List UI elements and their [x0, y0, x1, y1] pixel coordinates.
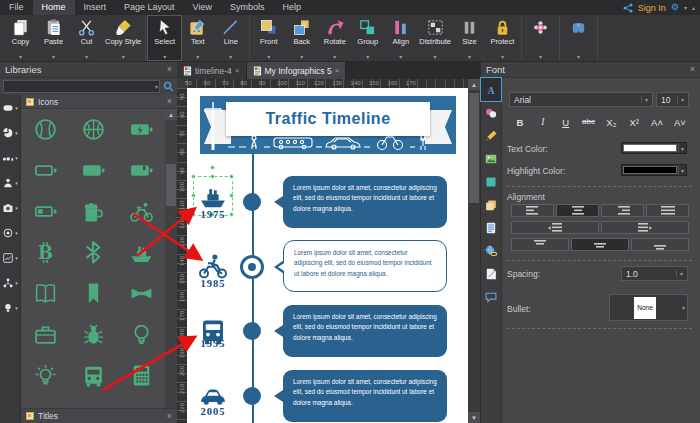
- timeline-banner[interactable]: Traffic Timeline: [200, 96, 456, 154]
- align-left-button[interactable]: [511, 204, 554, 217]
- align-button[interactable]: Align▾: [384, 16, 417, 60]
- library-category-chart[interactable]: ▾: [0, 245, 20, 270]
- menu-item-page-layout[interactable]: Page Layout: [115, 0, 184, 15]
- indent-right-button[interactable]: [601, 221, 689, 234]
- dropdown-caret-icon[interactable]: ▾: [122, 54, 125, 60]
- align-justify-button[interactable]: [646, 204, 689, 217]
- text-bubble[interactable]: Lorem ipsum dolor sit amet, consectetur …: [283, 176, 447, 228]
- format-tool-pencil[interactable]: [481, 124, 501, 147]
- valign-top-button[interactable]: [511, 238, 569, 251]
- format-tool-fill[interactable]: [481, 193, 501, 216]
- dropdown-caret-icon[interactable]: ▾: [267, 54, 270, 60]
- search-icon[interactable]: [163, 81, 174, 92]
- library-category-badge[interactable]: ▾: [0, 220, 20, 245]
- library-search-input[interactable]: [3, 80, 160, 93]
- font-panel-close-icon[interactable]: ×: [690, 65, 695, 74]
- text-color-swatch[interactable]: ▾: [621, 142, 687, 154]
- library-icon-baseball[interactable]: [21, 109, 69, 150]
- subscript-button[interactable]: X₂: [602, 117, 620, 128]
- text-bubble[interactable]: Lorem ipsum dolor sit amet, consectetur …: [283, 370, 447, 422]
- library-icon-bitcoin[interactable]: [21, 232, 69, 273]
- dropdown-caret-icon[interactable]: ▾: [333, 54, 336, 60]
- library-icon-bow-tie[interactable]: [117, 273, 165, 314]
- library-icon-battery-notch[interactable]: [117, 150, 165, 191]
- menu-item-file[interactable]: File: [0, 0, 33, 15]
- dropdown-caret-icon[interactable]: ▾: [229, 54, 232, 60]
- cut-button[interactable]: Cut▾: [70, 16, 103, 60]
- library-icon-lightbulb[interactable]: [117, 314, 165, 355]
- settings-caret-icon[interactable]: ▾: [684, 4, 687, 11]
- select-button[interactable]: Select▾: [148, 16, 181, 60]
- text-bubble[interactable]: Lorem ipsum dolor sit amet, consectetur …: [283, 305, 447, 357]
- library-icon-lightbulb-idea[interactable]: [21, 355, 69, 396]
- valign-middle-button[interactable]: [571, 238, 629, 251]
- document-tab-my-infographics-5[interactable]: My Infographics 5×: [247, 62, 347, 79]
- library-icon-briefcase[interactable]: [21, 314, 69, 355]
- library-category-shapes[interactable]: ▾: [0, 95, 20, 120]
- library-category-row[interactable]: ▾: [0, 145, 20, 170]
- dropdown-caret-icon[interactable]: ▾: [399, 54, 402, 60]
- menu-item-help[interactable]: Help: [273, 0, 310, 15]
- dropdown-caret-icon[interactable]: ▾: [196, 54, 199, 60]
- library-icon-boat[interactable]: [117, 232, 165, 273]
- copy-style-button[interactable]: Copy Style▾: [103, 16, 143, 60]
- text-bubble[interactable]: Lorem ipsum dolor sit amet, consectetur …: [283, 240, 447, 292]
- menu-item-symbols[interactable]: Symbols: [221, 0, 274, 15]
- library-icon-bluetooth[interactable]: [69, 232, 117, 273]
- dropdown-caret-icon[interactable]: ▾: [85, 54, 88, 60]
- library-category-network[interactable]: ▾: [0, 270, 20, 295]
- canvas-scroll-up-icon[interactable]: ▲: [468, 79, 480, 90]
- font-size-select[interactable]: 10▾: [656, 92, 689, 107]
- dropdown-caret-icon[interactable]: ▾: [366, 54, 369, 60]
- menu-item-home[interactable]: Home: [33, 0, 75, 15]
- dropdown-caret-icon[interactable]: ▾: [434, 54, 437, 60]
- effects-button[interactable]: ▾: [524, 16, 557, 60]
- format-tool-comment[interactable]: [481, 285, 501, 308]
- share-icon[interactable]: [623, 3, 633, 13]
- title-ribbon[interactable]: Traffic Timeline: [226, 102, 430, 136]
- library-category-pie[interactable]: ▾: [0, 120, 20, 145]
- format-tool-style[interactable]: [481, 101, 501, 124]
- timeline-node[interactable]: [243, 322, 261, 340]
- line-button[interactable]: Line▾: [214, 16, 247, 60]
- timeline-node[interactable]: [243, 193, 261, 211]
- rotation-handle[interactable]: [210, 165, 215, 170]
- library-icon-beer[interactable]: [69, 191, 117, 232]
- bold-button[interactable]: B: [511, 117, 529, 128]
- text-button[interactable]: Text▾: [181, 16, 214, 60]
- distribute-button[interactable]: Distribute▾: [417, 16, 453, 60]
- library-icon-bug[interactable]: [69, 314, 117, 355]
- icons-section-close-icon[interactable]: ×: [167, 97, 172, 106]
- library-icon-bicycle[interactable]: [117, 191, 165, 232]
- align-center-button[interactable]: [556, 204, 599, 217]
- library-category-camera[interactable]: ▾: [0, 195, 20, 220]
- menu-item-insert[interactable]: Insert: [75, 0, 116, 15]
- document-tab-timeline-4[interactable]: timeline-4×: [177, 62, 247, 79]
- italic-button[interactable]: I: [534, 117, 552, 128]
- dropdown-caret-icon[interactable]: ▾: [300, 54, 303, 60]
- settings-gear-icon[interactable]: ⚙: [671, 3, 679, 12]
- format-tool-image[interactable]: [481, 147, 501, 170]
- library-icon-book[interactable]: [21, 273, 69, 314]
- dropdown-caret-icon[interactable]: ▾: [52, 54, 55, 60]
- library-icon-battery-empty[interactable]: [21, 150, 69, 191]
- search-dropdown-caret-icon[interactable]: ▾: [155, 83, 158, 90]
- group-button[interactable]: Group▾: [351, 16, 384, 60]
- protect-button[interactable]: Protect▾: [486, 16, 519, 60]
- library-icon-battery-charging[interactable]: [117, 109, 165, 150]
- format-tool-doc[interactable]: [481, 216, 501, 239]
- superscript-button[interactable]: X²: [625, 117, 643, 128]
- collapse-ribbon-icon[interactable]: ▴: [692, 4, 695, 11]
- canvas-scrollbar[interactable]: ▲ ▼: [468, 79, 480, 423]
- dropdown-caret-icon[interactable]: ▾: [577, 54, 580, 60]
- copy-button[interactable]: Copy▾: [4, 16, 37, 60]
- underline-button[interactable]: U: [557, 117, 575, 128]
- size-button[interactable]: Size▾: [453, 16, 486, 60]
- library-icon-bus[interactable]: [69, 355, 117, 396]
- icons-section-header[interactable]: Icons ×: [21, 95, 177, 109]
- dropdown-caret-icon[interactable]: ▾: [468, 54, 471, 60]
- menu-item-view[interactable]: View: [184, 0, 221, 15]
- dropdown-caret-icon[interactable]: ▾: [501, 54, 504, 60]
- font-family-select[interactable]: Arial▾: [509, 92, 653, 107]
- selection-handle[interactable]: [229, 193, 234, 198]
